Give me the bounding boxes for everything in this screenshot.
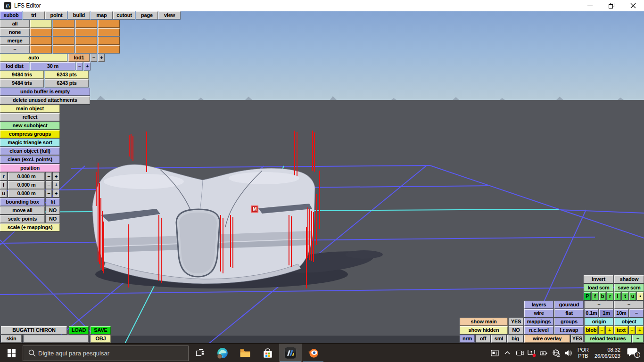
pos-f-value[interactable]: 0.000 m xyxy=(8,181,45,189)
merge-button[interactable]: merge xyxy=(0,37,30,45)
network-status-button[interactable] xyxy=(550,344,562,362)
lod-dist-plus[interactable]: + xyxy=(84,62,91,70)
nrm-button[interactable]: nrm xyxy=(460,335,475,343)
text-minus-button[interactable]: – xyxy=(629,326,635,334)
view-r-button[interactable]: r xyxy=(607,292,613,300)
grid-0-1m-button[interactable]: 0.1m xyxy=(585,309,598,317)
show-hidden-icons-button[interactable] xyxy=(501,344,513,362)
pts-count-total[interactable]: 6243 pts xyxy=(45,79,89,87)
subob-grid-cell-3-2[interactable] xyxy=(75,45,97,53)
undo-buffer-status[interactable]: undo buffer is empty xyxy=(0,88,90,96)
subob-grid-cell-0-1[interactable] xyxy=(53,20,74,28)
select-all-button[interactable]: all xyxy=(0,20,30,28)
nc-level-button[interactable]: n.c.level xyxy=(524,326,553,334)
grid-10m-button[interactable]: 10m xyxy=(614,309,628,317)
magic-triangle-sort-button[interactable]: magic triangle sort xyxy=(0,139,60,147)
view-u-button[interactable]: u xyxy=(629,292,636,300)
subob-grid-cell-1-2[interactable] xyxy=(75,28,97,36)
scale-points-toggle[interactable]: NO xyxy=(46,215,60,223)
view-b-button[interactable]: b xyxy=(599,292,606,300)
lod-dist-minus[interactable]: – xyxy=(76,62,83,70)
subob-grid-cell-1-3[interactable] xyxy=(98,28,120,36)
obj-button[interactable]: OBJ xyxy=(91,335,111,343)
taskbar-app-blender[interactable] xyxy=(302,344,324,362)
tab-page[interactable]: page xyxy=(136,11,158,19)
lod1-button[interactable]: lod1 xyxy=(68,54,90,62)
pos-f-minus[interactable]: – xyxy=(46,181,52,189)
subob-grid-cell-0-0[interactable] xyxy=(30,20,52,28)
tris-count-total[interactable]: 9484 tris xyxy=(0,79,44,87)
volume-button[interactable] xyxy=(562,344,575,362)
restore-button[interactable] xyxy=(601,0,622,11)
start-button[interactable] xyxy=(0,344,23,362)
position-header[interactable]: position xyxy=(0,164,60,172)
pos-r-plus[interactable]: + xyxy=(53,173,59,181)
nrm-sml-button[interactable]: sml xyxy=(491,335,506,343)
blob-minus-button[interactable]: – xyxy=(599,326,605,334)
flat-button[interactable]: flat xyxy=(554,309,584,317)
pos-u-minus[interactable]: – xyxy=(46,189,52,197)
subob-grid-cell-1-1[interactable] xyxy=(53,28,74,36)
screen-share-button[interactable] xyxy=(526,344,538,362)
grid-dash-button[interactable]: – xyxy=(629,309,644,317)
reload-textures-minus[interactable]: – xyxy=(632,335,644,343)
show-main-button[interactable]: show main xyxy=(460,318,508,326)
notification-center-button[interactable]: 1 xyxy=(623,344,644,362)
tab-tri[interactable]: tri xyxy=(23,11,45,19)
tris-count-lod[interactable]: 9484 tris xyxy=(0,71,44,79)
scale-points-button[interactable]: scale points xyxy=(0,215,45,223)
pts-count-lod[interactable]: 6243 pts xyxy=(45,71,89,79)
subob-grid-cell-2-1[interactable] xyxy=(53,37,74,45)
pos-u-label[interactable]: u xyxy=(0,189,7,197)
show-hidden-toggle[interactable]: NO xyxy=(509,326,523,334)
object-button[interactable]: object xyxy=(614,318,644,326)
load-scm-button[interactable]: load scm xyxy=(584,284,613,292)
show-hidden-button[interactable]: show hidden xyxy=(460,326,508,334)
invert-button[interactable]: invert xyxy=(584,275,613,283)
taskbar-app-lfs-editor[interactable] xyxy=(279,344,302,362)
pos-r-value[interactable]: 0.000 m xyxy=(8,173,45,181)
load-button[interactable]: LOAD xyxy=(69,326,89,334)
pos-r-label[interactable]: r xyxy=(0,173,7,181)
tab-map[interactable]: map xyxy=(91,11,113,19)
blob-plus-button[interactable]: + xyxy=(606,326,613,334)
shade-dash-1[interactable]: – xyxy=(585,301,613,309)
blob-button[interactable]: blob xyxy=(585,326,598,334)
taskbar-app-edge[interactable] xyxy=(211,344,234,362)
wire-overlay-button[interactable]: wire overlay xyxy=(524,335,570,343)
view-p-button[interactable]: P xyxy=(584,292,591,300)
main-object-button[interactable]: main object xyxy=(0,105,60,113)
taskbar-app-file-explorer[interactable] xyxy=(234,344,256,362)
shade-dash-2[interactable]: – xyxy=(614,301,644,309)
save-scm-button[interactable]: save scm xyxy=(614,284,644,292)
tab-view[interactable]: view xyxy=(158,11,181,19)
skin-name-field[interactable] xyxy=(24,335,89,343)
subob-grid-cell-2-3[interactable] xyxy=(98,37,120,45)
subob-grid-cell-2-0[interactable] xyxy=(30,37,52,45)
view-f-button[interactable]: f xyxy=(592,292,598,300)
wire-button[interactable]: wire xyxy=(524,309,553,317)
lod-plus-button[interactable]: + xyxy=(98,54,105,62)
pos-f-plus[interactable]: + xyxy=(53,181,59,189)
lod-dist-value[interactable]: 30 m xyxy=(30,62,75,70)
subob-grid-cell-0-3[interactable] xyxy=(98,20,120,28)
gouraud-button[interactable]: gouraud xyxy=(554,301,584,309)
search-input[interactable]: Digite aqui para pesquisar xyxy=(23,346,189,361)
pos-r-minus[interactable]: – xyxy=(46,173,52,181)
nrm-off-button[interactable]: off xyxy=(476,335,490,343)
pos-u-plus[interactable]: + xyxy=(53,189,59,197)
skin-button[interactable]: skin xyxy=(1,335,22,343)
clock[interactable]: 08:32 26/06/2023 xyxy=(594,347,620,359)
task-view-button[interactable] xyxy=(189,344,211,362)
lr-swap-button[interactable]: l.r.swap xyxy=(554,326,584,334)
new-subobject-button[interactable]: new subobject xyxy=(0,122,60,130)
minimize-button[interactable] xyxy=(579,0,601,11)
view-dot-button[interactable]: • xyxy=(637,292,644,300)
news-widget-button[interactable] xyxy=(489,344,501,362)
lod-dist-label[interactable]: lod dist xyxy=(0,62,29,70)
mapping-badge[interactable]: M xyxy=(251,206,258,213)
show-main-toggle[interactable]: YES xyxy=(509,318,523,326)
text-button[interactable]: text xyxy=(614,326,628,334)
subob-minus-button[interactable]: – xyxy=(0,45,30,53)
clean-excl-points-button[interactable]: clean (excl. points) xyxy=(0,156,60,164)
